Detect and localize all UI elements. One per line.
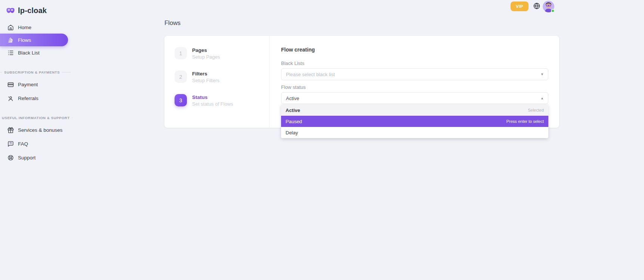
option-delay[interactable]: Delay <box>281 127 548 138</box>
form-title: Flow creating <box>281 47 548 53</box>
flows-stack-icon <box>7 37 14 43</box>
sidebar-item-black-list[interactable]: Black List <box>0 46 68 59</box>
sidebar-item-referrals[interactable]: Referrals <box>0 92 68 105</box>
sidebar-nav: Home Flows Black List SUBSCRIPTION & PAY… <box>0 21 75 164</box>
mask-logo-icon <box>6 7 15 14</box>
credit-card-icon <box>7 81 14 88</box>
step-title: Filters <box>192 71 219 77</box>
sidebar-item-label: Referrals <box>18 96 38 101</box>
step-subtitle: Setup Filters <box>192 78 219 83</box>
step-number-badge: 3 <box>175 94 187 106</box>
wizard-steps: 1 Pages Setup Pages 2 Filters Setup Filt… <box>164 36 269 128</box>
sidebar-item-support[interactable]: Support <box>0 151 68 164</box>
flow-status-value: Active <box>286 96 299 101</box>
black-lists-label: Black Lists <box>281 60 548 66</box>
flow-status-label: Flow status <box>281 84 548 90</box>
step-number-badge: 1 <box>175 47 187 59</box>
step-subtitle: Setup Pages <box>192 54 220 60</box>
list-icon <box>7 50 14 56</box>
step-number-badge: 2 <box>175 71 187 83</box>
flow-creating-card: 1 Pages Setup Pages 2 Filters Setup Filt… <box>164 36 559 128</box>
option-paused[interactable]: Paused Press enter to select <box>281 116 548 127</box>
sidebar-section-useful-info-support: USEFUL INFORMATION & SUPPORT <box>0 115 75 120</box>
gift-icon <box>7 127 14 133</box>
sidebar-item-flows[interactable]: Flows <box>0 34 68 46</box>
sidebar-item-label: FAQ <box>18 141 28 147</box>
sidebar-item-label: Payment <box>18 82 38 87</box>
sidebar-section-subscription-payments: SUBSCRIPTION & PAYMENTS <box>0 69 75 75</box>
chevron-up-icon: ▲ <box>540 97 544 100</box>
sidebar-item-label: Flows <box>18 37 31 43</box>
sidebar-item-label: Support <box>18 155 36 161</box>
app-name: lp-cloak <box>18 6 47 15</box>
sidebar-item-payment[interactable]: Payment <box>0 78 68 91</box>
sidebar-item-label: Services & bonuses <box>18 127 62 133</box>
sidebar-item-label: Black List <box>18 50 40 56</box>
app-logo[interactable]: lp-cloak <box>0 0 75 17</box>
sidebar-item-faq[interactable]: ?! FAQ <box>0 137 68 150</box>
step-title: Status <box>192 94 233 100</box>
black-lists-placeholder: Please select black list <box>286 72 335 77</box>
svg-text:?!: ?! <box>9 142 12 145</box>
flow-creating-form: Flow creating Black Lists Please select … <box>269 36 559 104</box>
option-active[interactable]: Active Selected <box>281 105 548 116</box>
flow-status-dropdown: Active Selected Paused Press enter to se… <box>281 105 548 138</box>
online-status-dot <box>551 9 555 13</box>
step-status[interactable]: 3 Status Set status of Flows <box>175 94 269 107</box>
page-title: Flows <box>164 19 181 27</box>
option-state-text: Selected <box>528 108 544 112</box>
step-subtitle: Set status of Flows <box>192 101 233 107</box>
step-filters[interactable]: 2 Filters Setup Filters <box>175 71 269 83</box>
faq-bubble-icon: ?! <box>7 141 14 147</box>
sidebar-item-label: Home <box>18 25 31 30</box>
user-avatar[interactable] <box>543 1 554 12</box>
person-star-icon <box>7 95 14 102</box>
globe-icon[interactable] <box>533 3 540 9</box>
flow-status-select[interactable]: Active ▲ <box>281 92 548 104</box>
chevron-down-icon: ▼ <box>540 73 544 76</box>
option-state-text: Press enter to select <box>506 119 544 124</box>
lifebuoy-icon <box>7 155 14 161</box>
black-lists-select[interactable]: Please select black list ▼ <box>281 68 548 80</box>
vip-button[interactable]: VIP <box>511 1 529 11</box>
step-pages[interactable]: 1 Pages Setup Pages <box>175 47 269 60</box>
sidebar: lp-cloak Home Flows Black List SUBSCRIPT… <box>0 0 75 280</box>
step-title: Pages <box>192 47 220 53</box>
sidebar-item-home[interactable]: Home <box>0 21 68 34</box>
sidebar-item-services-bonuses[interactable]: Services & bonuses <box>0 124 68 136</box>
home-icon <box>7 24 14 31</box>
